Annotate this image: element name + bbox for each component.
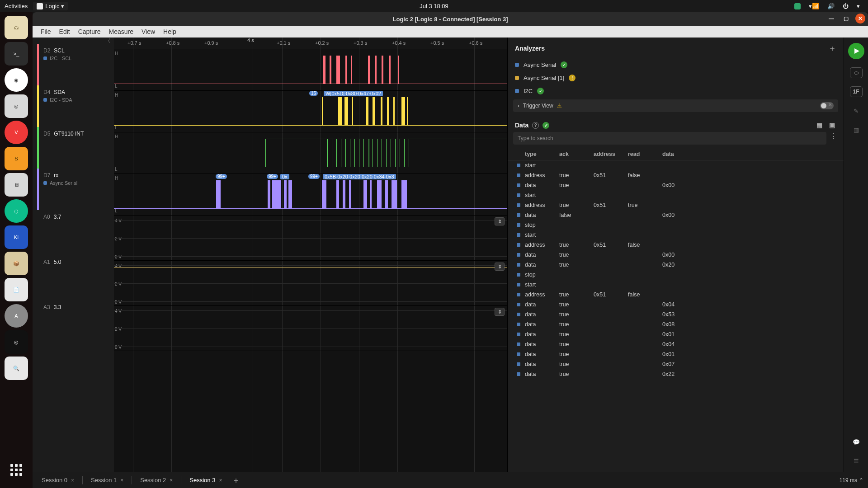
data-row[interactable]: start: [508, 190, 844, 200]
data-search-input[interactable]: [513, 132, 826, 145]
data-row[interactable]: addresstrue0x51false: [508, 170, 844, 180]
data-row[interactable]: start: [508, 230, 844, 240]
waveform-lane-D5[interactable]: HL: [114, 132, 507, 174]
waveform-area[interactable]: 4 s+0.7 s+0.8 s+0.9 s+0.1 s+0.2 s+0.3 s+…: [114, 38, 507, 472]
data-row[interactable]: stop: [508, 220, 844, 230]
trigger-view-row[interactable]: › Trigger View ⚠: [513, 99, 838, 112]
start-capture-button[interactable]: [848, 43, 864, 59]
extensions-icon[interactable]: ▥: [851, 124, 862, 135]
decode-label[interactable]: 0x5B·0x20·0x20·0x20·0x34·0x3: [323, 174, 396, 179]
data-row[interactable]: datafalse0x00: [508, 210, 844, 220]
close-tab-icon[interactable]: ×: [120, 477, 123, 483]
waveform-lane-A3[interactable]: 4 V2 V0 V⇕: [114, 306, 507, 351]
dock-app-webcam[interactable]: ◎: [5, 94, 28, 118]
menu-capture[interactable]: Capture: [75, 28, 104, 35]
dock-app-sublimetext[interactable]: S: [5, 147, 28, 170]
dock-app-evince[interactable]: 📄: [5, 278, 28, 301]
settings-menu-icon[interactable]: ☰: [851, 455, 862, 466]
collapse-channels-button[interactable]: 〈: [37, 38, 114, 44]
channel-label-A0[interactable]: A03.7: [37, 210, 114, 255]
data-row[interactable]: datatrue0x01: [508, 349, 844, 359]
waveform-lane-D7[interactable]: HL99+0x5B·0x20·0x20·0x20·0x34·0x399+99+0…: [114, 174, 507, 216]
add-session-button[interactable]: ＋: [228, 475, 244, 486]
data-row[interactable]: stop: [508, 270, 844, 280]
dock-app-files[interactable]: 🗂: [5, 16, 28, 39]
session-tab[interactable]: Session 1×: [86, 474, 128, 486]
data-more-menu[interactable]: ⋮: [829, 132, 838, 145]
if-indicator-button[interactable]: 1F: [850, 86, 863, 97]
close-tab-icon[interactable]: ×: [71, 477, 74, 483]
channel-label-D7[interactable]: D7rxAsync Serial: [37, 169, 114, 210]
window-maximize-button[interactable]: ▢: [841, 14, 851, 23]
waveform-lane-D4[interactable]: HL15W[0x5D]·0x80·0x47·0x02: [114, 91, 507, 132]
add-analyzer-button[interactable]: ＋: [828, 43, 836, 54]
data-row[interactable]: start: [508, 160, 844, 170]
data-row[interactable]: start: [508, 280, 844, 290]
channel-label-D5[interactable]: D5GT9110 INT: [37, 127, 114, 169]
data-row[interactable]: datatrue0x53: [508, 310, 844, 319]
data-row[interactable]: datatrue0x00: [508, 180, 844, 190]
analog-range-button[interactable]: ⇕: [495, 263, 505, 271]
data-row[interactable]: datatrue0x08: [508, 319, 844, 329]
time-ruler[interactable]: 4 s+0.7 s+0.8 s+0.9 s+0.1 s+0.2 s+0.3 s+…: [114, 38, 507, 49]
data-row[interactable]: datatrue0x07: [508, 359, 844, 369]
decode-label[interactable]: 0x: [280, 174, 289, 179]
app-indicator[interactable]: Logic ▾: [33, 2, 68, 10]
waveform-lane-A1[interactable]: 4 V2 V0 V⇕: [114, 261, 507, 306]
decode-label[interactable]: W[0x5D]·0x80·0x47·0x02: [324, 91, 383, 96]
close-tab-icon[interactable]: ×: [170, 477, 173, 483]
dock-app-archive[interactable]: 📦: [5, 252, 28, 275]
data-table[interactable]: typeackaddressreaddata startaddresstrue0…: [508, 148, 844, 472]
trigger-view-toggle[interactable]: [820, 102, 834, 109]
data-row[interactable]: datatrue0x04: [508, 339, 844, 349]
channel-label-D2[interactable]: D2SCLI2C - SCL: [37, 44, 114, 85]
data-row[interactable]: datatrue0x20: [508, 260, 844, 270]
data-row[interactable]: datatrue0x00: [508, 250, 844, 260]
menu-file[interactable]: File: [37, 28, 55, 35]
chevron-up-icon[interactable]: ⌃: [859, 477, 863, 483]
channel-label-A3[interactable]: A33.3: [37, 300, 114, 346]
network-icon[interactable]: ▾📶: [809, 3, 819, 9]
data-row[interactable]: addresstrue0x51false: [508, 240, 844, 250]
analyzer-item[interactable]: Async Serial [1] !: [508, 71, 844, 84]
dock-app-vm[interactable]: 🖥: [5, 173, 28, 197]
waveform-lane-D2[interactable]: HL: [114, 49, 507, 91]
dock-app-saleae[interactable]: ◎: [5, 330, 28, 354]
dock-app-chrome[interactable]: ◉: [5, 68, 28, 92]
system-menu-chevron-icon[interactable]: ▾: [857, 3, 860, 9]
dock-app-imageviewer[interactable]: 🔍: [5, 357, 28, 380]
feedback-icon[interactable]: 💬: [851, 436, 862, 447]
dock-app-updater[interactable]: A: [5, 304, 28, 328]
data-row[interactable]: datatrue0x01: [508, 329, 844, 339]
terminal-view-icon[interactable]: ▣: [827, 121, 836, 129]
waveform-lane-A0[interactable]: 4 V2 V0 V⇕: [114, 216, 507, 261]
session-tab[interactable]: Session 2×: [136, 474, 177, 486]
volume-icon[interactable]: 🔊: [827, 3, 835, 9]
clock[interactable]: Jul 3 18:09: [420, 3, 448, 9]
menu-measure[interactable]: Measure: [105, 28, 137, 35]
dock-app-element[interactable]: ◌: [5, 199, 28, 223]
dock-app-terminal[interactable]: >_: [5, 42, 28, 66]
help-icon[interactable]: ?: [532, 122, 539, 129]
close-tab-icon[interactable]: ×: [219, 477, 222, 483]
analog-range-button[interactable]: ⇕: [495, 217, 505, 225]
analog-range-button[interactable]: ⇕: [495, 308, 505, 316]
show-applications-button[interactable]: [5, 458, 28, 482]
dock-app-vivaldi[interactable]: V: [5, 121, 28, 144]
activities-button[interactable]: Activities: [5, 3, 28, 9]
window-close-button[interactable]: ✕: [855, 14, 865, 23]
menu-view[interactable]: View: [138, 28, 159, 35]
dock-app-kicad[interactable]: Ki: [5, 225, 28, 249]
data-row[interactable]: datatrue0x04: [508, 300, 844, 310]
data-row[interactable]: addresstrue0x51false: [508, 290, 844, 300]
window-minimize-button[interactable]: —: [826, 14, 836, 23]
device-settings-button[interactable]: ⬭: [850, 67, 863, 78]
data-row[interactable]: addresstrue0x51true: [508, 200, 844, 210]
menu-help[interactable]: Help: [160, 28, 180, 35]
measure-tool-icon[interactable]: ✎: [851, 105, 862, 116]
channel-label-A1[interactable]: A15.0: [37, 255, 114, 300]
analyzer-item[interactable]: Async Serial ✓: [508, 58, 844, 71]
channel-label-D4[interactable]: D4SDAI2C - SDA: [37, 85, 114, 127]
analyzer-item[interactable]: I2C ✓: [508, 84, 844, 98]
status-app-icon[interactable]: [794, 3, 801, 9]
